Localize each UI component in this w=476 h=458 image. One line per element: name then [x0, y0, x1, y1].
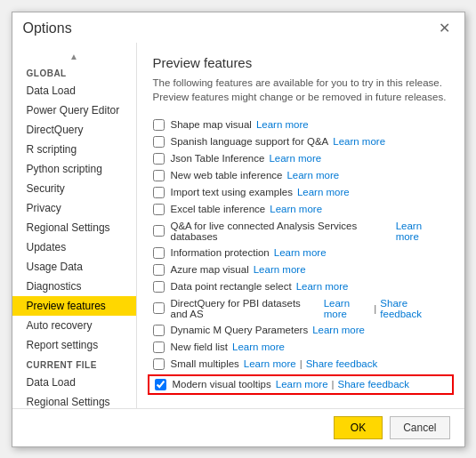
learn-more-link-12[interactable]: Learn more	[232, 341, 285, 352]
feature-list: Shape map visualLearn moreSpanish langua…	[153, 117, 448, 395]
feature-item-11: Dynamic M Query ParametersLearn more	[153, 322, 448, 339]
scroll-up-arrow[interactable]: ▲	[12, 50, 136, 63]
feature-item-2: Json Table InferenceLearn more	[153, 150, 448, 167]
sidebar-item-data-load[interactable]: Data Load	[12, 81, 136, 100]
feature-item-13: Small multiplesLearn more|Share feedback	[153, 356, 448, 373]
sidebar-item-usage-data[interactable]: Usage Data	[12, 257, 136, 277]
learn-more-link-0[interactable]: Learn more	[256, 119, 309, 130]
global-section-label: GLOBAL	[12, 63, 136, 81]
feature-checkbox-8[interactable]	[153, 264, 165, 276]
learn-more-link-9[interactable]: Learn more	[296, 281, 349, 292]
learn-more-link-5[interactable]: Learn more	[270, 204, 322, 214]
sidebar-item-security[interactable]: Security	[12, 179, 136, 198]
feature-name-14: Modern visual tooltips	[173, 379, 271, 390]
feature-checkbox-10[interactable]	[153, 302, 165, 314]
sidebar-item-report-settings[interactable]: Report settings	[12, 335, 136, 355]
feature-name-9: Data point rectangle select	[171, 281, 292, 292]
share-feedback-link-13[interactable]: Share feedback	[306, 358, 378, 369]
feature-item-1: Spanish language support for Q&ALearn mo…	[153, 133, 448, 150]
feature-item-14: Modern visual tooltipsLearn more|Share f…	[148, 374, 454, 395]
sidebar-item-r-scripting[interactable]: R scripting	[12, 140, 136, 159]
learn-more-link-3[interactable]: Learn more	[286, 170, 339, 181]
learn-more-link-10[interactable]: Learn more	[324, 298, 371, 319]
learn-more-link-1[interactable]: Learn more	[333, 136, 385, 147]
sidebar-item-auto-recovery[interactable]: Auto recovery	[12, 316, 136, 335]
feature-item-6: Q&A for live connected Analysis Services…	[153, 218, 448, 245]
feature-checkbox-0[interactable]	[153, 119, 165, 131]
feature-name-7: Information protection	[171, 247, 270, 258]
feature-item-12: New field listLearn more	[153, 339, 448, 356]
main-description: The following features are available for…	[153, 76, 448, 104]
feature-item-5: Excel table inferenceLearn more	[153, 201, 448, 218]
feature-checkbox-14[interactable]	[155, 379, 166, 390]
learn-more-link-6[interactable]: Learn more	[396, 221, 445, 242]
learn-more-link-11[interactable]: Learn more	[312, 325, 365, 335]
learn-more-link-4[interactable]: Learn more	[297, 187, 350, 197]
learn-more-link-2[interactable]: Learn more	[269, 153, 321, 164]
dialog-title: Options	[23, 20, 72, 36]
share-feedback-link-10[interactable]: Share feedback	[380, 298, 444, 319]
sidebar-item-preview-features[interactable]: Preview features	[12, 296, 136, 316]
learn-more-link-8[interactable]: Learn more	[254, 264, 306, 275]
dialog-body: ▲ GLOBAL Data LoadPower Query EditorDire…	[12, 43, 464, 408]
feature-name-11: Dynamic M Query Parameters	[171, 325, 309, 335]
sidebar-global-list: Data LoadPower Query EditorDirectQueryR …	[12, 81, 136, 355]
main-content: Preview features The following features …	[137, 43, 464, 408]
feature-item-9: Data point rectangle selectLearn more	[153, 278, 448, 295]
sidebar-item-cf-data-load[interactable]: Data Load	[12, 373, 136, 392]
share-feedback-link-14[interactable]: Share feedback	[338, 379, 410, 390]
ok-button[interactable]: OK	[334, 416, 383, 439]
options-dialog: Options ✕ ▲ GLOBAL Data LoadPower Query …	[12, 12, 465, 447]
sidebar-current-file-list: Data LoadRegional SettingsPrivacyAuto re…	[12, 373, 136, 408]
learn-more-link-13[interactable]: Learn more	[244, 358, 296, 369]
sidebar-item-updates[interactable]: Updates	[12, 237, 136, 257]
feature-name-12: New field list	[171, 341, 229, 352]
feature-checkbox-12[interactable]	[153, 341, 165, 353]
feature-checkbox-6[interactable]	[153, 225, 165, 237]
feature-checkbox-1[interactable]	[153, 136, 165, 148]
feature-item-8: Azure map visualLearn more	[153, 261, 448, 278]
feature-item-10: DirectQuery for PBI datasets and ASLearn…	[153, 295, 448, 322]
feature-checkbox-11[interactable]	[153, 325, 165, 336]
feature-checkbox-3[interactable]	[153, 170, 165, 181]
main-title: Preview features	[153, 55, 448, 70]
feature-checkbox-2[interactable]	[153, 153, 165, 165]
learn-more-link-14[interactable]: Learn more	[276, 379, 328, 390]
feature-item-4: Import text using examplesLearn more	[153, 184, 448, 201]
sidebar-item-python-scripting[interactable]: Python scripting	[12, 159, 136, 179]
separator-10: |	[374, 303, 376, 314]
feature-checkbox-5[interactable]	[153, 204, 165, 215]
feature-checkbox-9[interactable]	[153, 281, 165, 293]
separator-13: |	[300, 358, 303, 369]
sidebar-item-regional-settings[interactable]: Regional Settings	[12, 218, 136, 237]
feature-name-8: Azure map visual	[171, 264, 249, 275]
sidebar-item-privacy[interactable]: Privacy	[12, 198, 136, 218]
feature-name-0: Shape map visual	[171, 119, 252, 130]
feature-checkbox-4[interactable]	[153, 187, 165, 198]
sidebar-item-cf-regional[interactable]: Regional Settings	[12, 392, 136, 408]
feature-name-6: Q&A for live connected Analysis Services…	[171, 221, 391, 242]
feature-name-13: Small multiples	[171, 358, 239, 369]
feature-name-1: Spanish language support for Q&A	[171, 136, 329, 147]
sidebar-item-power-query[interactable]: Power Query Editor	[12, 100, 136, 120]
sidebar: ▲ GLOBAL Data LoadPower Query EditorDire…	[12, 43, 137, 408]
feature-item-3: New web table inferenceLearn more	[153, 167, 448, 184]
dialog-footer: OK Cancel	[12, 408, 464, 446]
feature-checkbox-13[interactable]	[153, 358, 165, 370]
feature-checkbox-7[interactable]	[153, 247, 165, 259]
cancel-button[interactable]: Cancel	[390, 416, 449, 439]
titlebar: Options ✕	[12, 12, 464, 43]
feature-name-2: Json Table Inference	[171, 153, 265, 164]
feature-name-5: Excel table inference	[171, 204, 266, 214]
feature-name-3: New web table inference	[171, 170, 283, 181]
sidebar-item-directquery[interactable]: DirectQuery	[12, 120, 136, 140]
feature-item-0: Shape map visualLearn more	[153, 117, 448, 133]
feature-name-4: Import text using examples	[171, 187, 293, 197]
feature-item-7: Information protectionLearn more	[153, 245, 448, 261]
feature-name-10: DirectQuery for PBI datasets and AS	[171, 298, 319, 319]
learn-more-link-7[interactable]: Learn more	[274, 247, 327, 258]
sidebar-item-diagnostics[interactable]: Diagnostics	[12, 277, 136, 296]
current-file-section-label: CURRENT FILE	[12, 355, 136, 373]
close-button[interactable]: ✕	[435, 20, 454, 37]
separator-14: |	[332, 379, 335, 390]
